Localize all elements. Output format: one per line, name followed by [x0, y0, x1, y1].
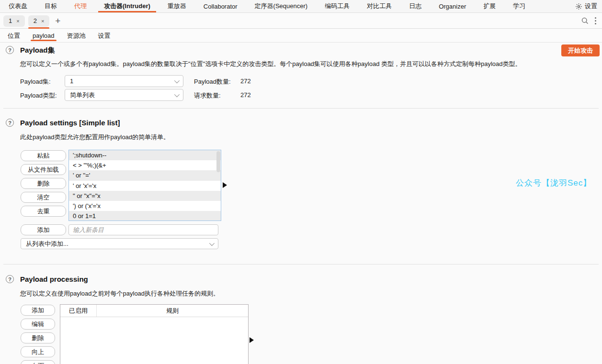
payload-type-select[interactable]: 简单列表: [65, 89, 183, 101]
enabled-column-header[interactable]: 已启用: [60, 305, 97, 317]
payload-item[interactable]: " or "x"="x: [69, 191, 221, 201]
settings-label: 设置: [585, 2, 597, 11]
payload-count-label: Payload数量:: [194, 77, 231, 86]
payload-type-value: 简单列表: [70, 91, 95, 99]
chevron-down-icon: [209, 240, 215, 245]
payload-settings-description: 此处payload类型允许您配置用作payload的简单清单。: [20, 133, 170, 142]
tab-2-label: 2: [34, 17, 37, 24]
chevron-down-icon: [174, 77, 180, 83]
dedupe-button[interactable]: 去重: [21, 206, 66, 217]
nav-learn[interactable]: 学习: [504, 0, 534, 12]
clear-button[interactable]: 清空: [21, 192, 66, 203]
nav-organizer[interactable]: Organizer: [430, 0, 475, 12]
tabrow-tools: [581, 17, 602, 25]
attack-tab-bar: 1 × 2 × +: [0, 13, 602, 29]
nav-extensions[interactable]: 扩展: [475, 0, 504, 12]
help-icon[interactable]: ?: [6, 275, 14, 283]
payload-sets-title: Payload集: [20, 46, 55, 55]
payload-count-value: 272: [240, 77, 251, 85]
rule-edit-button[interactable]: 编辑: [21, 319, 55, 330]
payload-processing-description: 您可以定义在使用payload之前对每个payload执行各种处理任务的规则。: [20, 289, 219, 298]
burp-intruder-window: 仪表盘 目标 代理 攻击器(Intruder) 重放器 Collaborator…: [0, 0, 602, 364]
request-count-value: 272: [240, 91, 251, 99]
payload-set-select[interactable]: 1: [65, 75, 183, 87]
remove-button[interactable]: 删除: [21, 178, 66, 189]
list-scrollbar[interactable]: [216, 151, 220, 172]
expand-right-icon[interactable]: [223, 182, 227, 188]
nav-decoder[interactable]: 编码工具: [316, 0, 358, 12]
payload-settings-title: Payload settings [Simple list]: [20, 119, 120, 127]
rules-table[interactable]: 已启用 规则: [60, 304, 249, 364]
help-icon[interactable]: ?: [6, 46, 14, 54]
subtab-payloads[interactable]: payload: [26, 29, 61, 42]
nav-dashboard[interactable]: 仪表盘: [0, 0, 36, 12]
payload-processing-title: Payload processing: [20, 275, 88, 283]
overflow-menu-icon[interactable]: [595, 17, 596, 24]
add-from-list-select[interactable]: 从列表中添加...: [21, 238, 218, 249]
payload-item[interactable]: ';shutdown--: [69, 150, 221, 160]
new-tab-button[interactable]: +: [55, 16, 60, 25]
payload-item[interactable]: ') or ('x'='x: [69, 201, 221, 211]
nav-collaborator[interactable]: Collaborator: [195, 0, 246, 12]
nav-target[interactable]: 目标: [36, 0, 66, 12]
payload-item[interactable]: ' or 'x'='x: [69, 181, 221, 191]
tab-1-label: 1: [9, 17, 12, 24]
subtab-settings[interactable]: 设置: [92, 29, 117, 42]
nav-intruder[interactable]: 攻击器(Intruder): [95, 0, 159, 12]
rule-remove-button[interactable]: 删除: [21, 332, 55, 343]
payload-item[interactable]: < > "'%;)(&+: [69, 160, 221, 170]
subtab-resource-pool[interactable]: 资源池: [61, 29, 92, 42]
rule-up-button[interactable]: 向上: [21, 346, 55, 357]
search-icon[interactable]: [581, 17, 589, 25]
nav-proxy[interactable]: 代理: [66, 0, 95, 12]
payload-sets-description: 您可以定义一个或多个有payload集。payload集的数量取决于"位置"选项…: [20, 60, 522, 68]
payload-item[interactable]: ' or ''=': [69, 170, 221, 180]
tab-1-close-icon[interactable]: ×: [16, 18, 19, 24]
nav-settings[interactable]: 设置: [575, 0, 602, 12]
payload-item[interactable]: 0 or 1=1: [69, 211, 221, 221]
rules-table-header: 已启用 规则: [60, 305, 248, 317]
section-divider: [3, 108, 599, 109]
expand-right-icon[interactable]: [250, 337, 254, 343]
nav-repeater[interactable]: 重放器: [159, 0, 195, 12]
gear-icon: [575, 3, 582, 10]
rule-column-header[interactable]: 规则: [97, 305, 248, 317]
start-attack-button[interactable]: 开始攻击: [561, 44, 600, 56]
payload-set-label: Payload集:: [20, 77, 51, 86]
tab-2-close-icon[interactable]: ×: [41, 18, 44, 24]
request-count-label: 请求数量:: [194, 91, 221, 100]
nav-comparer[interactable]: 对比工具: [358, 0, 400, 12]
attack-tab-2[interactable]: 2 ×: [28, 15, 50, 27]
watermark-text: 公众号【泷羽Sec】: [516, 177, 591, 188]
payload-type-label: Payload类型:: [20, 91, 57, 100]
subtab-positions[interactable]: 位置: [1, 29, 26, 42]
new-entry-input[interactable]: [68, 224, 218, 235]
section-divider: [3, 264, 599, 265]
payload-set-value: 1: [70, 77, 73, 85]
rule-down-button[interactable]: 向下: [21, 360, 55, 364]
nav-logger[interactable]: 日志: [400, 0, 430, 12]
nav-sequencer[interactable]: 定序器(Sequencer): [246, 0, 317, 12]
add-from-list-value: 从列表中添加...: [26, 240, 68, 248]
main-nav: 仪表盘 目标 代理 攻击器(Intruder) 重放器 Collaborator…: [0, 0, 602, 13]
load-from-file-button[interactable]: 从文件加载: [21, 164, 66, 175]
add-payload-button[interactable]: 添加: [21, 224, 66, 235]
attack-tab-1[interactable]: 1 ×: [3, 15, 25, 27]
intruder-subtabs: 位置 payload 资源池 设置: [0, 29, 602, 43]
paste-button[interactable]: 粘贴: [21, 150, 66, 161]
rule-add-button[interactable]: 添加: [21, 305, 55, 316]
help-icon[interactable]: ?: [6, 119, 14, 127]
chevron-down-icon: [174, 91, 180, 97]
payload-list[interactable]: ';shutdown-- < > "'%;)(&+ ' or ''=' ' or…: [68, 150, 221, 221]
